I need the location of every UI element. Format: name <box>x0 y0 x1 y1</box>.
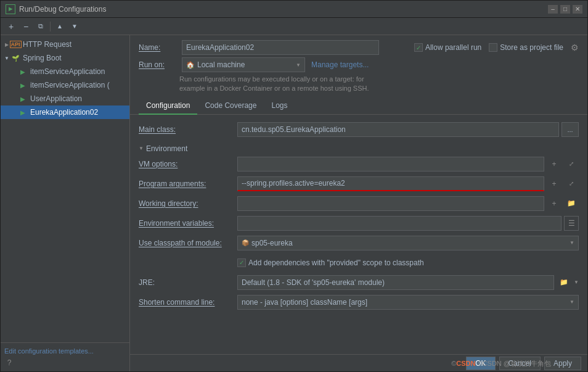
name-input[interactable] <box>182 40 379 55</box>
move-up-button[interactable]: ▲ <box>53 20 67 33</box>
title-controls: – □ ✕ <box>548 5 582 14</box>
shorten-dropdown-arrow: ▼ <box>570 299 574 305</box>
tree-item-label-2: UserApplication <box>30 94 82 103</box>
run-icon-0: ▶ <box>18 67 28 76</box>
add-deps-label[interactable]: Add dependencies with "provided" scope t… <box>237 258 424 267</box>
program-args-row: Program arguments: + ⤢ <box>139 175 579 192</box>
vm-options-expand-button[interactable]: ⤢ <box>564 157 579 172</box>
run-on-label: Run on: <box>139 60 176 69</box>
env-vars-input[interactable] <box>237 216 561 231</box>
jre-folder-button[interactable]: 📁 <box>557 275 571 290</box>
jre-input-group: 📁 ▼ <box>237 275 579 290</box>
tree-item-2[interactable]: ▶ UserApplication <box>1 92 129 105</box>
edit-templates-link[interactable]: Edit configuration templates... <box>4 347 94 355</box>
cancel-button[interactable]: Cancel <box>499 357 541 370</box>
tree-item-3[interactable]: ▶ EurekaApplication02 <box>1 105 129 119</box>
vm-options-add-button[interactable]: + <box>547 157 561 172</box>
ok-button[interactable]: OK <box>466 357 495 370</box>
tab-logs[interactable]: Logs <box>264 97 295 115</box>
main-class-browse-button[interactable]: ... <box>561 122 579 137</box>
tab-code-coverage[interactable]: Code Coverage <box>197 97 264 115</box>
module-icon: 📦 <box>242 239 249 246</box>
config-tree: ▶ API HTTP Request ▼ 🌱 Spring Boot <box>1 35 129 342</box>
tree-item-label-3: EurekaApplication02 <box>30 108 98 117</box>
toolbar-separator <box>50 22 51 31</box>
main-class-input-group: ... <box>237 122 579 137</box>
move-down-button[interactable]: ▼ <box>68 20 81 33</box>
remove-config-button[interactable]: − <box>19 20 33 33</box>
working-dir-input-group: + 📁 <box>237 196 579 211</box>
http-request-label: HTTP Request <box>23 40 71 49</box>
minimize-button[interactable]: – <box>548 5 558 14</box>
spring-boot-label: Spring Boot <box>23 54 62 62</box>
program-args-label: Program arguments: <box>139 180 237 188</box>
vm-options-input[interactable] <box>237 157 544 172</box>
shorten-select[interactable]: none - java [options] className [args] ▼ <box>237 295 579 310</box>
tree-item-0[interactable]: ▶ itemServiceApplication <box>1 65 129 78</box>
classpath-select[interactable]: 📦 sp05-eureka ▼ <box>237 236 579 250</box>
section-arrow-env: ▼ <box>139 146 144 151</box>
close-button[interactable]: ✕ <box>573 5 582 14</box>
jre-label: JRE: <box>139 278 237 287</box>
allow-parallel-label[interactable]: Allow parallel run <box>414 43 481 52</box>
working-dir-row: Working directory: + 📁 <box>139 195 579 212</box>
program-args-input[interactable] <box>237 176 544 191</box>
program-args-add-button[interactable]: + <box>547 176 561 191</box>
left-panel-bottom: Edit configuration templates... ? <box>1 342 129 371</box>
expand-arrow-spring: ▼ <box>3 54 10 62</box>
manage-targets-link[interactable]: Manage targets... <box>311 60 369 69</box>
working-dir-input[interactable] <box>237 196 544 211</box>
classpath-value: 📦 sp05-eureka <box>242 239 293 247</box>
vm-options-input-group: + ⤢ <box>237 157 579 172</box>
maximize-button[interactable]: □ <box>560 5 570 14</box>
tree-item-label-0: itemServiceApplication <box>30 67 105 76</box>
config-name-row: Name: Allow parallel run Store as projec… <box>130 35 587 57</box>
vm-options-label: VM options: <box>139 160 237 168</box>
classpath-label: Use classpath of module: <box>139 239 237 247</box>
store-as-project-checkbox[interactable] <box>489 43 497 52</box>
jre-input[interactable] <box>237 275 554 290</box>
window-title: Run/Debug Configurations <box>19 5 548 14</box>
main-class-input[interactable] <box>237 122 559 137</box>
working-dir-add-button[interactable]: + <box>547 196 561 211</box>
dropdown-arrow-run-on: ▼ <box>296 62 301 68</box>
working-dir-folder-button[interactable]: 📁 <box>564 196 579 211</box>
tree-item-spring-boot[interactable]: ▼ 🌱 Spring Boot <box>1 51 129 65</box>
allow-parallel-checkbox[interactable] <box>414 43 423 52</box>
store-as-project-label[interactable]: Store as project file <box>489 43 563 52</box>
right-panel: Name: Allow parallel run Store as projec… <box>130 35 587 371</box>
environment-section[interactable]: ▼ Environment <box>139 141 579 155</box>
tabs-bar: Configuration Code Coverage Logs <box>130 97 587 115</box>
program-args-expand-button[interactable]: ⤢ <box>564 176 579 191</box>
tree-item-1[interactable]: ▶ itemServiceApplication ( <box>1 78 129 92</box>
name-label: Name: <box>139 43 176 52</box>
form-area: Main class: ... ▼ Environment VM options… <box>130 115 587 354</box>
main-content: ▶ API HTTP Request ▼ 🌱 Spring Boot <box>1 35 587 371</box>
add-config-button[interactable]: + <box>4 20 18 33</box>
copy-config-button[interactable]: ⧉ <box>34 20 47 33</box>
apply-button[interactable]: Apply <box>544 357 581 370</box>
vm-options-row: VM options: + ⤢ <box>139 155 579 173</box>
home-icon: 🏠 <box>186 61 195 69</box>
add-deps-checkbox[interactable] <box>237 258 246 267</box>
help-button[interactable]: ? <box>4 358 14 368</box>
jre-row: JRE: 📁 ▼ <box>139 274 579 291</box>
tree-item-http-request[interactable]: ▶ API HTTP Request <box>1 38 129 51</box>
program-args-input-group: + ⤢ <box>237 176 579 191</box>
run-on-select[interactable]: 🏠 Local machine ▼ <box>182 57 305 72</box>
title-bar: ▶ Run/Debug Configurations – □ ✕ <box>1 1 587 18</box>
jre-dropdown-arrow[interactable]: ▼ <box>574 279 579 285</box>
main-window: ▶ Run/Debug Configurations – □ ✕ + − ⧉ ▲… <box>0 0 588 372</box>
run-icon-2: ▶ <box>18 94 28 104</box>
run-icon-1: ▶ <box>18 80 28 90</box>
env-vars-edit-button[interactable]: ☰ <box>564 216 579 231</box>
run-icon-3: ▶ <box>18 107 28 117</box>
main-class-label: Main class: <box>139 125 237 134</box>
spring-boot-icon: 🌱 <box>10 53 20 63</box>
tab-configuration[interactable]: Configuration <box>139 97 197 115</box>
tree-item-label-1: itemServiceApplication ( <box>30 81 110 89</box>
classpath-row: Use classpath of module: 📦 sp05-eureka ▼ <box>139 234 579 252</box>
settings-icon[interactable]: ⚙ <box>571 43 579 52</box>
classpath-dropdown-arrow: ▼ <box>570 240 574 246</box>
environment-label: Environment <box>146 144 187 153</box>
